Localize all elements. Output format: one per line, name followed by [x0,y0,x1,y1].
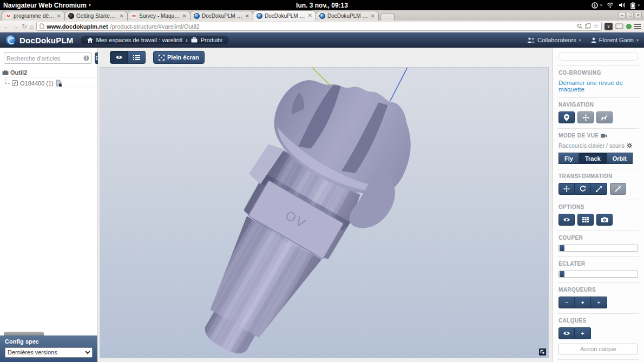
rotate-button[interactable] [575,183,591,195]
divider [557,97,639,98]
view-mode-orbit[interactable]: Orbit [607,153,633,164]
user-menu[interactable]: Florent Garin ▾ [591,37,639,43]
briefcase-icon [191,37,198,43]
tree-item-checkbox[interactable]: ✓ [12,80,18,86]
breadcrumb-workspace[interactable]: Mes espaces de travail : varelintl [96,37,183,43]
config-spec-select[interactable]: Dernières versions [5,347,93,358]
fullscreen-button[interactable]: Plein écran [153,51,205,64]
config-spec-handle[interactable] [4,332,44,335]
panel-filter-input[interactable] [558,52,638,61]
forward-icon[interactable]: → [12,23,19,30]
gear-icon[interactable] [627,143,632,148]
collaborators-menu[interactable]: Collaborateurs ▾ [527,37,581,43]
view-mode-fly[interactable]: Fly [558,153,579,164]
people-icon [527,37,535,43]
new-tab-button[interactable] [380,13,395,21]
pages-icon[interactable] [585,23,591,29]
divider [557,200,639,200]
address-bar[interactable]: www.docdokuplm.net/product-structure/#va… [36,22,602,31]
calques-title: CALQUES [558,318,638,324]
close-icon[interactable]: ✕ [182,14,187,19]
layer-add-button[interactable]: + [575,327,591,339]
breadcrumb-section[interactable]: Produits [201,37,222,43]
eclater-slider-handle[interactable] [560,271,564,277]
couper-slider[interactable] [558,245,638,252]
layer-visibility-button[interactable] [558,327,575,339]
close-icon[interactable]: ✕ [245,14,249,19]
close-icon[interactable]: ✕ [120,14,124,19]
marker-remove-button[interactable]: − [558,297,575,308]
tab-docdokuplm-2-active[interactable]: DocDokuPLM - Produ ✕ [253,10,316,21]
wand-button[interactable] [610,183,626,195]
camera-icon [601,217,608,222]
3d-viewport[interactable]: OV [100,67,549,358]
volume-icon[interactable] [619,2,626,8]
snapshot-button[interactable] [596,214,613,226]
scale-button[interactable] [591,183,607,195]
extension-shield-icon[interactable]: ∨ [604,23,613,30]
chevron-down-icon[interactable]: ▾ [638,3,640,8]
eclater-slider[interactable] [558,271,638,278]
visibility-button[interactable] [558,214,575,226]
battery-icon[interactable] [630,2,635,9]
info-icon[interactable]: i [83,55,89,61]
screencast-icon[interactable] [615,23,623,30]
eclater-title: ECLATER [558,261,638,267]
translate-button[interactable] [558,183,575,195]
wifi-icon[interactable] [607,2,614,8]
reload-icon[interactable]: ↻ [22,23,27,30]
status-green-icon[interactable] [626,24,632,29]
view-mode-track[interactable]: Track [579,153,607,164]
chevron-down-icon[interactable]: ▾ [600,3,602,8]
tab-getting-started[interactable]: Getting Started — OA ✕ [64,11,128,21]
close-window-button[interactable]: ✕ [635,12,642,18]
shortcuts-label[interactable]: Raccourcis clavier / souris [558,142,625,149]
chevron-down-icon: ▾ [89,3,91,8]
tree-root-label: Outil2 [10,69,27,76]
close-icon[interactable]: ✕ [57,14,61,19]
grid-button[interactable] [577,214,594,226]
accessibility-icon[interactable] [592,2,598,9]
pan-move-button[interactable] [577,111,594,123]
divider [557,313,639,314]
tab-docdokuplm-1[interactable]: DocDokuPLM - Produ ✕ [190,11,253,21]
app-menu[interactable]: Navigateur Web Chromium ▾ [3,2,91,9]
minimize-button[interactable]: ─ [619,12,626,18]
marker-dot-button[interactable]: ● [575,297,591,308]
tree-item-o184400[interactable]: ✓ O184400 (1) [0,77,97,88]
view-3d-button[interactable] [110,51,128,64]
layer-select[interactable]: Aucun calque [558,344,638,354]
divider [557,128,639,129]
close-icon[interactable]: ✕ [371,14,375,19]
tree-root-outil2[interactable]: Outil2 [0,68,97,77]
start-review-link[interactable]: Démarrer une revue de maquette [558,80,638,93]
search-icon[interactable] [577,23,583,29]
search-input[interactable] [6,55,83,62]
tab-survey-maquette[interactable]: M Survey - Maquette 3D ✕ [127,11,190,21]
navigate-cursor-button[interactable] [596,111,613,123]
eye-icon [563,331,570,336]
maximize-button[interactable]: ▢ [627,12,634,18]
document-icon[interactable] [56,80,62,87]
home-icon[interactable]: ⌂ [30,23,34,30]
fullscreen-label: Plein écran [167,54,199,61]
grid-icon [582,217,589,222]
view-list-button[interactable] [128,51,146,64]
marker-pin-button[interactable] [558,111,575,123]
tab-title: DocDokuPLM - Produ [327,13,369,19]
drill-bit-model: OV [100,68,548,358]
viewport-resize-icon[interactable] [539,348,546,356]
close-icon[interactable]: ✕ [308,13,312,18]
brand-name: DocDokuPLM [19,36,74,45]
tab-docdokuplm-3[interactable]: DocDokuPLM - Produ ✕ [316,11,379,21]
divider [557,231,639,231]
bookmark-star-icon[interactable]: ☆ [593,23,599,29]
tab-gmail-programme[interactable]: M programme détaillé - | ✕ [2,11,65,21]
tab-title: Survey - Maquette 3D [139,13,180,19]
brand[interactable]: DocDokuPLM [5,35,74,45]
move-icon [582,114,589,121]
marker-add-button[interactable]: + [591,297,607,308]
couper-slider-handle[interactable] [560,245,564,251]
back-icon[interactable]: ← [3,23,10,30]
browser-menu-icon[interactable] [634,24,641,29]
